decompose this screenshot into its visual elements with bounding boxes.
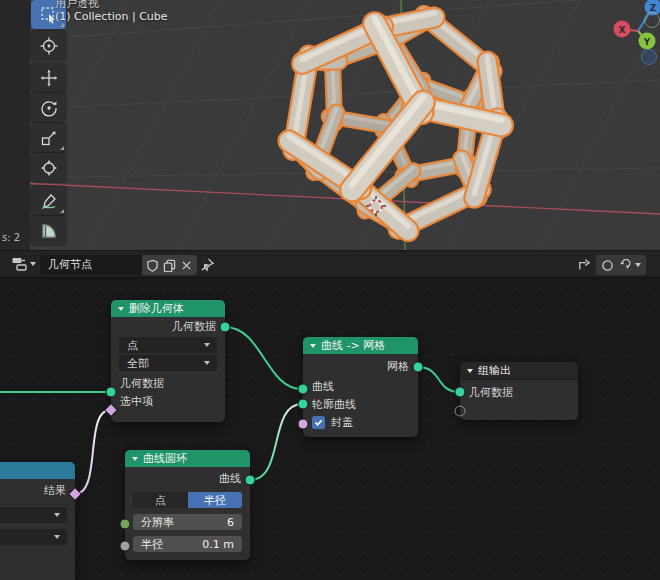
resolution-value: 6 (227, 516, 234, 529)
output-mesh-label: 网格 (387, 359, 409, 374)
editor-type-button[interactable] (8, 254, 38, 274)
mode-radius-button[interactable]: 半径 (188, 492, 243, 508)
gizmo-z-label: Z (650, 2, 657, 12)
input-selection-label: 选中项 (120, 394, 153, 409)
collapse-chevron-icon[interactable] (310, 344, 316, 348)
output-geometry-label: 几何数据 (172, 319, 216, 334)
fake-user-shield-button[interactable] (144, 255, 161, 275)
node-delete-geometry[interactable]: 删除几何体 几何数据 点 全部 几何数据 选中项 (111, 300, 225, 422)
link-circle-to-profile-curve (250, 404, 302, 480)
tool-move[interactable] (31, 63, 66, 92)
domain-dropdown[interactable]: 点 (119, 337, 217, 353)
radius-value: 0.1 m (202, 538, 234, 551)
radius-label: 半径 (141, 537, 163, 552)
input-profile-curve-label: 轮廓曲线 (312, 397, 356, 412)
node-title: 组输出 (478, 363, 511, 378)
tool-scale[interactable] (31, 123, 66, 152)
collection-object-label: (1) Collection | Cube (55, 10, 168, 23)
socket-geometry-output[interactable] (220, 322, 231, 333)
input-geometry-label: 几何数据 (469, 385, 513, 400)
chevron-down-icon (30, 262, 36, 266)
domain-value: 点 (127, 338, 138, 353)
socket-radius-input[interactable] (120, 541, 131, 552)
tool-transform[interactable] (31, 153, 66, 182)
mode-radius-label: 半径 (204, 493, 226, 508)
node-curve-circle[interactable]: 曲线圆环 曲线 点 半径 分辨率 6 半径 0.1 m (125, 450, 250, 560)
socket-geometry-input[interactable] (455, 387, 466, 398)
fill-caps-row: 封盖 (303, 413, 418, 431)
node-editor-header: 几何节点 (0, 250, 660, 278)
snapping-group (596, 255, 646, 275)
compare-dropdown-2[interactable] (0, 529, 67, 545)
mode-toggle: 点 半径 (133, 492, 242, 508)
viewport-3d[interactable]: s: 2 (0, 0, 660, 250)
proportional-circle-icon[interactable] (599, 255, 616, 275)
pin-icon[interactable] (198, 254, 216, 274)
radius-field[interactable]: 半径 0.1 m (133, 536, 242, 552)
subtool-corner (60, 146, 64, 150)
mode-value: 全部 (127, 356, 149, 371)
gizmo-axis-z-negative[interactable] (641, 49, 657, 65)
collapse-chevron-icon[interactable] (467, 369, 473, 373)
socket-curve-input[interactable] (298, 384, 309, 395)
viewport-left-edge: s: 2 (0, 0, 30, 250)
subtool-corner (60, 23, 64, 27)
magnet-icon[interactable] (616, 255, 633, 275)
node-title: 曲线圆环 (143, 451, 187, 466)
parent-tree-arrow-icon[interactable] (574, 254, 592, 274)
socket-resolution-input[interactable] (120, 519, 131, 530)
gizmo-axis-y-negative[interactable] (644, 12, 660, 28)
tool-cursor[interactable] (31, 31, 66, 60)
fill-caps-checkbox[interactable] (312, 416, 325, 429)
tool-rotate[interactable] (31, 93, 66, 122)
output-result-label: 结果 (44, 483, 66, 498)
viewport-scene (0, 0, 660, 250)
node-curve-circle-header[interactable]: 曲线圆环 (125, 450, 250, 467)
socket-mesh-output[interactable] (413, 362, 424, 373)
socket-geometry-input[interactable] (106, 387, 117, 398)
node-compare-partial[interactable]: 结果 0.060 (0, 462, 75, 580)
node-group-output-header[interactable]: 组输出 (460, 362, 578, 380)
socket-virtual-input[interactable] (455, 406, 466, 417)
link-delete-geometry-to-curve (225, 327, 302, 389)
node-curve-to-mesh[interactable]: 曲线 -> 网格 网格 曲线 轮廓曲线 封盖 (303, 337, 418, 437)
node-title: 删除几何体 (129, 301, 184, 316)
tool-measure[interactable] (31, 216, 66, 245)
unlink-x-button[interactable] (178, 255, 195, 275)
collapse-chevron-icon[interactable] (132, 457, 138, 461)
snap-options-chevron[interactable] (635, 263, 641, 267)
node-curve-to-mesh-header[interactable]: 曲线 -> 网格 (303, 337, 418, 354)
resolution-label: 分辨率 (141, 515, 174, 530)
collapse-chevron-icon[interactable] (118, 307, 124, 311)
gizmo-y-label: Y (644, 36, 651, 46)
gizmo-axis-x[interactable]: X (614, 21, 631, 38)
gizmo-x-label: X (619, 24, 626, 34)
input-curve-label: 曲线 (312, 379, 334, 394)
tool-annotate[interactable] (31, 186, 66, 215)
mode-dropdown[interactable]: 全部 (119, 355, 217, 371)
resolution-field[interactable]: 分辨率 6 (133, 514, 242, 530)
link-mesh-to-group-output (418, 367, 459, 392)
node-tree-name-field[interactable]: 几何节点 (40, 255, 142, 275)
mode-points-button[interactable]: 点 (133, 492, 188, 508)
socket-profile-curve-input[interactable] (298, 399, 309, 410)
node-delete-geometry-header[interactable]: 删除几何体 (111, 300, 225, 317)
input-geometry-label: 几何数据 (120, 376, 164, 391)
node-compare-header[interactable] (0, 462, 75, 479)
blender-window: s: 2 (0, 0, 660, 580)
node-title: 曲线 -> 网格 (321, 338, 385, 353)
link-compare-result-to-selection (75, 410, 110, 494)
socket-curve-output[interactable] (245, 475, 256, 486)
stats-text: s: 2 (2, 232, 20, 243)
mode-points-label: 点 (155, 493, 166, 508)
node-canvas[interactable]: 删除几何体 几何数据 点 全部 几何数据 选中项 曲线 -> 网格 网格 曲线 … (0, 278, 660, 580)
socket-fill-caps-input[interactable] (298, 419, 309, 430)
new-copy-button[interactable] (161, 255, 178, 275)
subtool-corner (60, 209, 64, 213)
node-group-output[interactable]: 组输出 几何数据 (460, 362, 578, 420)
fill-caps-label: 封盖 (331, 415, 353, 430)
output-curve-label: 曲线 (219, 471, 241, 486)
compare-dropdown-1[interactable] (0, 507, 67, 523)
gizmo-axis-y[interactable]: Y (639, 33, 656, 50)
tree-name-buttons (142, 255, 197, 275)
